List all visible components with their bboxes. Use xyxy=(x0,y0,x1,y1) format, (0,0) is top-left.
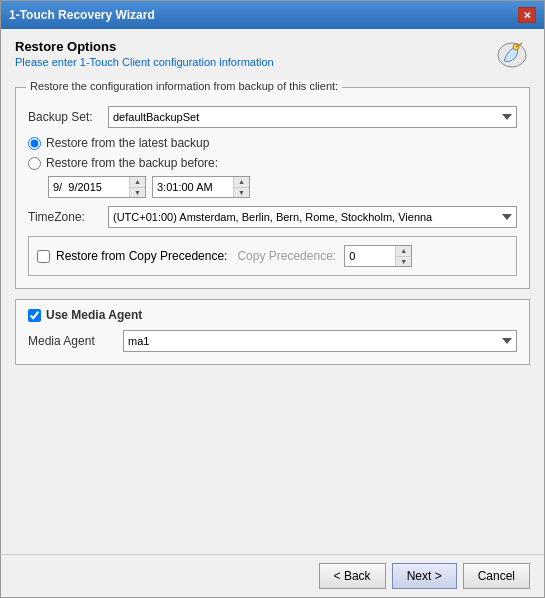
page-subtitle: Please enter 1-Touch Client configuratio… xyxy=(15,56,274,68)
restore-config-group: Restore the configuration information fr… xyxy=(15,87,530,289)
time-input[interactable] xyxy=(153,177,233,197)
window: 1-Touch Recovery Wizard ✕ Restore Option… xyxy=(0,0,545,598)
copy-prec-input[interactable] xyxy=(345,246,395,266)
restore-group-title: Restore the configuration information fr… xyxy=(26,80,342,92)
date-input-wrap: ▲ ▼ xyxy=(48,176,146,198)
datetime-row: ▲ ▼ ▲ ▼ xyxy=(48,176,517,198)
copy-prec-field-label: Copy Precedence: xyxy=(237,249,336,263)
timezone-row: TimeZone: (UTC+01:00) Amsterdam, Berlin,… xyxy=(28,206,517,228)
copy-precedence-section: Restore from Copy Precedence: Copy Prece… xyxy=(28,236,517,276)
radio-before-row: Restore from the backup before: xyxy=(28,156,517,170)
wizard-icon xyxy=(494,39,530,77)
timezone-select[interactable]: (UTC+01:00) Amsterdam, Berlin, Bern, Rom… xyxy=(108,206,517,228)
use-media-agent-checkbox[interactable] xyxy=(28,309,41,322)
media-agent-title-wrap: Use Media Agent xyxy=(28,308,517,322)
time-spin-up[interactable]: ▲ xyxy=(234,177,249,187)
backup-set-control: defaultBackupSet xyxy=(108,106,517,128)
cancel-button[interactable]: Cancel xyxy=(463,563,530,589)
backup-set-select[interactable]: defaultBackupSet xyxy=(108,106,517,128)
copy-prec-input-wrap: ▲ ▼ xyxy=(344,245,412,267)
radio-latest-input[interactable] xyxy=(28,137,41,150)
media-agent-label: Media Agent xyxy=(28,334,113,348)
page-title: Restore Options xyxy=(15,39,274,54)
radio-latest-row: Restore from the latest backup xyxy=(28,136,517,150)
media-agent-select[interactable]: ma1 xyxy=(123,330,517,352)
content-area: Restore Options Please enter 1-Touch Cli… xyxy=(1,29,544,554)
copy-prec-checkbox-wrap: Restore from Copy Precedence: xyxy=(37,249,227,263)
radio-latest-label: Restore from the latest backup xyxy=(46,136,209,150)
title-bar: 1-Touch Recovery Wizard ✕ xyxy=(1,1,544,29)
window-title: 1-Touch Recovery Wizard xyxy=(9,8,155,22)
date-spin-buttons: ▲ ▼ xyxy=(129,177,145,197)
close-button[interactable]: ✕ xyxy=(518,7,536,23)
copy-prec-checkbox[interactable] xyxy=(37,250,50,263)
backup-set-label: Backup Set: xyxy=(28,110,108,124)
copy-prec-spin-buttons: ▲ ▼ xyxy=(395,246,411,266)
time-input-wrap: ▲ ▼ xyxy=(152,176,250,198)
copy-prec-spin-up[interactable]: ▲ xyxy=(396,246,411,256)
next-button[interactable]: Next > xyxy=(392,563,457,589)
timezone-label: TimeZone: xyxy=(28,210,108,224)
time-spin-buttons: ▲ ▼ xyxy=(233,177,249,197)
copy-prec-checkbox-label: Restore from Copy Precedence: xyxy=(56,249,227,263)
date-spin-up[interactable]: ▲ xyxy=(130,177,145,187)
timezone-control: (UTC+01:00) Amsterdam, Berlin, Bern, Rom… xyxy=(108,206,517,228)
radio-before-input[interactable] xyxy=(28,157,41,170)
radio-before-label: Restore from the backup before: xyxy=(46,156,218,170)
header-section: Restore Options Please enter 1-Touch Cli… xyxy=(15,39,530,77)
date-input[interactable] xyxy=(49,177,129,197)
date-spin-down[interactable]: ▼ xyxy=(130,187,145,198)
copy-prec-group: Restore from Copy Precedence: Copy Prece… xyxy=(28,236,517,276)
time-spin-down[interactable]: ▼ xyxy=(234,187,249,198)
header-text: Restore Options Please enter 1-Touch Cli… xyxy=(15,39,274,68)
use-media-agent-label: Use Media Agent xyxy=(46,308,142,322)
media-agent-row: Media Agent ma1 xyxy=(28,330,517,352)
backup-set-row: Backup Set: defaultBackupSet xyxy=(28,106,517,128)
back-button[interactable]: < Back xyxy=(319,563,386,589)
footer: < Back Next > Cancel xyxy=(1,554,544,597)
copy-prec-inner: Copy Precedence: ▲ ▼ xyxy=(237,245,412,267)
copy-prec-spin-down[interactable]: ▼ xyxy=(396,256,411,267)
media-agent-group: Use Media Agent Media Agent ma1 xyxy=(15,299,530,365)
